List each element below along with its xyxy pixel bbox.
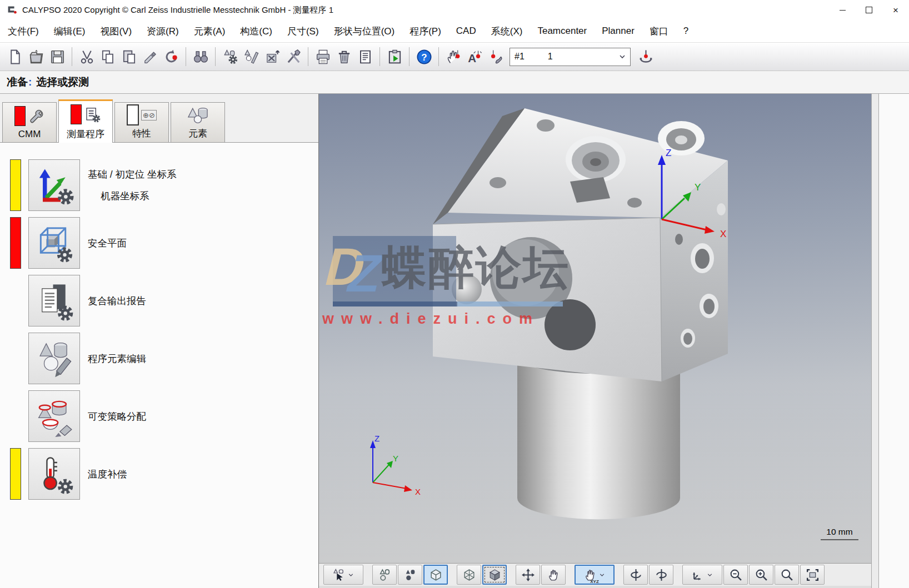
- tab-cmm[interactable]: CMM: [2, 102, 57, 142]
- rotate-vertical-button[interactable]: [623, 565, 648, 585]
- menu-resources[interactable]: 资源(R): [147, 25, 179, 38]
- pan-move-button[interactable]: [516, 565, 540, 585]
- menu-plan[interactable]: 程序(P): [409, 25, 441, 38]
- probe-rotate-button[interactable]: [635, 46, 656, 67]
- panel-splitter[interactable]: [871, 94, 879, 588]
- menu-construction[interactable]: 构造(C): [240, 25, 272, 38]
- minimize-button[interactable]: [829, 0, 856, 20]
- base-alignment-button[interactable]: [28, 159, 80, 211]
- menu-cad[interactable]: CAD: [456, 26, 476, 37]
- menu-features[interactable]: 元素(A): [194, 25, 226, 38]
- undo-button[interactable]: [161, 46, 182, 67]
- calypso-logo-icon: [6, 4, 18, 16]
- tab-measurement-plan[interactable]: 测量程序: [58, 99, 113, 143]
- menu-system[interactable]: 系统(X): [491, 25, 523, 38]
- clearance-plane-button[interactable]: [28, 217, 80, 269]
- viewport-column: Z Y X Z Y X: [318, 94, 871, 588]
- toolbar-separator: [215, 47, 216, 66]
- rotate-vertical-icon: [629, 568, 643, 582]
- magnifier-icon: [780, 568, 794, 582]
- probe-selector[interactable]: #1 1: [510, 48, 631, 66]
- list-item-temperature: 温度补偿: [10, 448, 318, 500]
- copy-button[interactable]: [97, 46, 118, 67]
- menu-size[interactable]: 尺寸(S): [287, 25, 319, 38]
- status-rect-icon: [14, 106, 26, 126]
- probe-qualify-button[interactable]: [219, 46, 241, 67]
- menu-edit[interactable]: 编辑(E): [54, 25, 86, 38]
- protocol-button[interactable]: [354, 46, 376, 67]
- zoom-in-button[interactable]: [749, 565, 773, 585]
- hand-icon: [547, 568, 561, 582]
- compact-report-button[interactable]: [28, 275, 80, 326]
- features-outline-icon: [378, 568, 392, 582]
- hand-xyz-button[interactable]: XYZ: [575, 565, 615, 585]
- pan-hand-button[interactable]: [541, 565, 566, 585]
- item-subtitle[interactable]: 机器坐标系: [101, 189, 176, 203]
- stylus-edit-button[interactable]: [241, 46, 262, 67]
- save-button[interactable]: [47, 46, 68, 67]
- features-filled-button[interactable]: [398, 565, 422, 585]
- cube-outline-icon: [429, 568, 443, 582]
- status-bar-red: [10, 217, 21, 269]
- open-folder-icon: [28, 49, 44, 65]
- safety-cube-icon: [34, 223, 75, 264]
- tools-button[interactable]: [283, 46, 304, 67]
- item-title: 基础 / 初定位 坐标系: [88, 168, 176, 181]
- paste-button[interactable]: [118, 46, 139, 67]
- probe-selector-value: 1: [548, 52, 553, 62]
- fit-view-button[interactable]: [800, 565, 825, 585]
- rotate-horizontal-button[interactable]: [649, 565, 673, 585]
- navigation-sidebar: CMM 测量程序 ⊕⊘ 特性 元素: [0, 94, 318, 588]
- features-outline-button[interactable]: [372, 565, 397, 585]
- menu-form-location[interactable]: 形状与位置(O): [334, 25, 395, 38]
- align-axes-button[interactable]: [682, 565, 722, 585]
- find-button[interactable]: [190, 46, 211, 67]
- run-icon: [387, 49, 403, 65]
- tab-label: 测量程序: [67, 128, 104, 140]
- stylus-system-button[interactable]: [262, 46, 283, 67]
- menu-file[interactable]: 文件(F): [8, 25, 39, 38]
- toolbar-separator: [379, 47, 380, 66]
- menu-window[interactable]: 窗口: [650, 25, 668, 38]
- manual-probe-button[interactable]: [443, 46, 464, 67]
- help-button[interactable]: [413, 46, 434, 67]
- paste-icon: [121, 49, 137, 65]
- close-button[interactable]: ×: [882, 0, 909, 20]
- tab-features[interactable]: 元素: [171, 102, 225, 142]
- 3d-viewport[interactable]: Z Y X Z Y X: [319, 94, 871, 563]
- menu-view[interactable]: 视图(V): [100, 25, 132, 38]
- maximize-button[interactable]: [856, 0, 882, 20]
- title-bar: CALYPSO 2020 Copyright © Carl Zeiss Indu…: [0, 0, 909, 20]
- toolbar-separator: [72, 47, 72, 66]
- probe-tools-button[interactable]: [485, 46, 506, 67]
- toolbar-separator: [438, 47, 439, 66]
- cut-button[interactable]: [76, 46, 97, 67]
- scale-indicator: 10 mm: [821, 527, 858, 540]
- feature-edit-button[interactable]: [28, 333, 80, 384]
- bottom-filler: [319, 586, 871, 588]
- tools-icon: [286, 49, 302, 65]
- coordinate-system-icon: [34, 165, 75, 206]
- print-button[interactable]: [312, 46, 333, 67]
- temperature-compensation-button[interactable]: [28, 448, 80, 500]
- copy-icon: [100, 49, 116, 65]
- auto-feature-button[interactable]: [464, 46, 485, 67]
- menu-help[interactable]: ?: [683, 26, 688, 37]
- view-cube-button[interactable]: [423, 565, 448, 585]
- run-program-button[interactable]: [384, 46, 405, 67]
- open-button[interactable]: [26, 46, 47, 67]
- menu-teamcenter[interactable]: Teamcenter: [537, 26, 587, 37]
- select-feature-button[interactable]: [323, 565, 363, 585]
- view-wireframe-button[interactable]: [457, 565, 481, 585]
- view-solid-button[interactable]: [482, 565, 507, 585]
- menu-planner[interactable]: Planner: [602, 26, 635, 37]
- variable-strategy-button[interactable]: [28, 390, 80, 442]
- zoom-out-button[interactable]: [723, 565, 748, 585]
- new-file-button[interactable]: [4, 46, 26, 67]
- zoom-dynamic-button[interactable]: [775, 565, 799, 585]
- sidebar-tabs: CMM 测量程序 ⊕⊘ 特性 元素: [0, 94, 318, 143]
- delete-button[interactable]: [333, 46, 354, 67]
- tab-characteristics[interactable]: ⊕⊘ 特性: [114, 102, 169, 142]
- features-filled-icon: [403, 568, 417, 582]
- format-brush-button[interactable]: [139, 46, 161, 67]
